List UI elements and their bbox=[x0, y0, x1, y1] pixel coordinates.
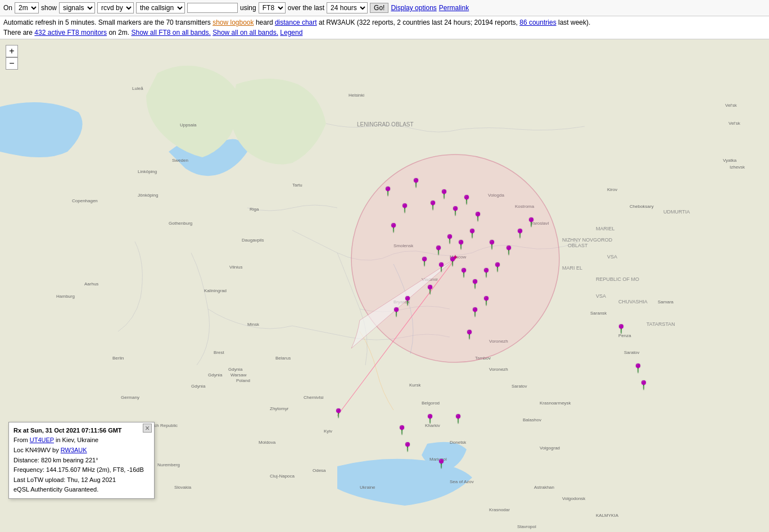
svg-text:Krasnodar: Krasnodar bbox=[489, 507, 510, 512]
svg-text:Germany: Germany bbox=[121, 395, 139, 400]
zoom-in-button[interactable]: + bbox=[6, 45, 18, 57]
map-marker[interactable]: 📍 bbox=[382, 186, 393, 197]
svg-text:Kyiv: Kyiv bbox=[324, 429, 332, 434]
map-marker[interactable]: 📍 bbox=[526, 217, 537, 228]
map-marker[interactable]: 📍 bbox=[402, 442, 413, 452]
map-marker[interactable]: 📍 bbox=[444, 234, 455, 244]
svg-text:Cluj-Napoca: Cluj-Napoca bbox=[270, 474, 295, 479]
popup-loc-label: Loc KN49WV by bbox=[13, 447, 59, 453]
map-marker[interactable]: 📍 bbox=[402, 295, 413, 306]
info-bar: Automatic refresh in 5 minutes. Small ma… bbox=[0, 16, 769, 39]
show-ft8-link[interactable]: Show all FT8 on all bands. bbox=[131, 29, 210, 37]
map-marker[interactable]: 📍 bbox=[450, 206, 461, 216]
popup-location: in Kiev, Ukraine bbox=[56, 436, 98, 443]
map-marker[interactable]: 📍 bbox=[447, 256, 458, 267]
over-label: over the last bbox=[288, 4, 324, 12]
map-marker[interactable]: 📍 bbox=[472, 211, 483, 222]
rcvd-select[interactable]: rcvd by bbox=[97, 2, 134, 13]
svg-text:Gdynia: Gdynia bbox=[208, 372, 223, 378]
svg-text:Hamburg: Hamburg bbox=[56, 294, 75, 299]
map-marker[interactable]: 📍 bbox=[486, 239, 497, 250]
zoom-controls: + − bbox=[6, 45, 18, 70]
map-marker[interactable]: 📍 bbox=[467, 228, 478, 239]
callsign-type-select[interactable]: the callsign bbox=[136, 2, 185, 13]
map-marker[interactable]: 📍 bbox=[424, 284, 436, 295]
map-marker[interactable]: 📍 bbox=[399, 203, 410, 213]
map-marker[interactable]: 📍 bbox=[396, 425, 408, 435]
map-marker[interactable]: 📍 bbox=[469, 307, 481, 317]
map-marker[interactable]: 📍 bbox=[455, 239, 467, 250]
legend-link[interactable]: Legend bbox=[280, 29, 302, 37]
map-marker[interactable]: 📍 bbox=[632, 363, 644, 374]
svg-text:Sea of Azov: Sea of Azov bbox=[450, 479, 474, 484]
go-button[interactable]: Go! bbox=[370, 3, 388, 13]
map-marker[interactable]: 📍 bbox=[333, 408, 344, 419]
svg-text:Astrakhan: Astrakhan bbox=[534, 485, 554, 490]
svg-text:Kursk: Kursk bbox=[409, 383, 421, 388]
map-marker[interactable]: 📍 bbox=[433, 245, 444, 256]
map-marker[interactable]: 📍 bbox=[616, 324, 627, 334]
svg-text:Chernivtsi: Chernivtsi bbox=[304, 395, 324, 400]
map-marker[interactable]: 📍 bbox=[438, 189, 450, 199]
callsign-input[interactable]: rw3auk bbox=[187, 3, 238, 13]
svg-text:Jönköping: Jönköping bbox=[138, 193, 158, 198]
display-options-link[interactable]: Display options bbox=[391, 4, 436, 12]
countries-link[interactable]: 86 countries bbox=[519, 19, 556, 26]
map-marker[interactable]: 📍 bbox=[436, 262, 447, 272]
show-all-link[interactable]: Show all on all bands. bbox=[212, 29, 278, 37]
map-marker[interactable]: 📍 bbox=[458, 267, 469, 278]
map-marker[interactable]: 📍 bbox=[461, 194, 472, 205]
svg-text:Helsinki: Helsinki bbox=[349, 93, 364, 98]
map-marker[interactable]: 📍 bbox=[492, 262, 503, 272]
show-select[interactable]: signals bbox=[59, 2, 95, 13]
map-marker[interactable]: 📍 bbox=[638, 380, 649, 390]
map-marker[interactable]: 📍 bbox=[464, 329, 475, 340]
svg-text:Volgograd: Volgograd bbox=[540, 445, 560, 451]
map-marker[interactable]: 📍 bbox=[481, 295, 492, 306]
map-marker[interactable]: 📍 bbox=[424, 413, 436, 424]
svg-text:Berlin: Berlin bbox=[112, 356, 124, 361]
band-select[interactable]: 2m bbox=[15, 2, 39, 13]
monitors-link[interactable]: 432 active FT8 monitors bbox=[34, 29, 107, 37]
svg-text:Riga: Riga bbox=[250, 207, 259, 212]
map-marker[interactable]: 📍 bbox=[427, 200, 438, 211]
map-marker[interactable]: 📍 bbox=[469, 279, 481, 289]
map-marker[interactable]: 📍 bbox=[481, 267, 492, 278]
show-logbook-link[interactable]: show logbook bbox=[212, 19, 254, 26]
svg-text:TATARSTAN: TATARSTAN bbox=[646, 321, 675, 327]
map-container[interactable]: LENINGRAD OBLAST NIZHNY NOVGOROD OBLAST … bbox=[0, 39, 769, 532]
mode-select[interactable]: FT8 bbox=[259, 2, 286, 13]
svg-text:UDMURTIA: UDMURTIA bbox=[663, 209, 690, 215]
popup-close-button[interactable]: × bbox=[143, 424, 152, 433]
svg-text:Minsk: Minsk bbox=[247, 322, 260, 327]
popup-callsign[interactable]: UT4UEP bbox=[30, 436, 54, 443]
svg-text:Gdynia: Gdynia bbox=[228, 367, 243, 372]
svg-text:Zhytomyr: Zhytomyr bbox=[270, 406, 289, 411]
map-marker[interactable]: 📍 bbox=[419, 256, 430, 267]
heard-text: heard bbox=[256, 19, 275, 26]
map-marker[interactable]: 📍 bbox=[410, 178, 422, 188]
on-2m-text: on 2m. bbox=[108, 29, 131, 37]
time-select[interactable]: 24 hours bbox=[327, 2, 368, 13]
map-marker[interactable]: 📍 bbox=[391, 307, 402, 317]
show-label: show bbox=[41, 4, 57, 12]
popup-loc: Loc KN49WV by RW3AUK bbox=[13, 445, 150, 456]
map-marker[interactable]: 📍 bbox=[388, 222, 399, 233]
map-marker[interactable]: 📍 bbox=[503, 245, 514, 256]
svg-text:Vilnius: Vilnius bbox=[229, 265, 242, 270]
svg-text:MARIEL: MARIEL bbox=[596, 226, 615, 231]
svg-text:Slovakia: Slovakia bbox=[174, 485, 192, 490]
svg-text:Uppsala: Uppsala bbox=[180, 122, 197, 128]
distance-chart-link[interactable]: distance chart bbox=[275, 19, 317, 26]
svg-text:Gothenburg: Gothenburg bbox=[169, 221, 192, 226]
popup-loc-callsign[interactable]: RW3AUK bbox=[61, 447, 87, 453]
zoom-out-button[interactable]: − bbox=[6, 57, 18, 70]
map-marker[interactable]: 📍 bbox=[436, 458, 447, 469]
svg-text:Poland: Poland bbox=[236, 378, 250, 383]
permalink-link[interactable]: Permalink bbox=[439, 4, 469, 12]
svg-text:Nuremberg: Nuremberg bbox=[157, 462, 180, 467]
map-marker[interactable]: 📍 bbox=[453, 413, 464, 424]
popup-frequency: Frequency: 144.175.607 MHz (2m), FT8, -1… bbox=[13, 465, 150, 475]
map-marker[interactable]: 📍 bbox=[514, 228, 526, 239]
svg-text:Copenhagen: Copenhagen bbox=[72, 198, 98, 203]
